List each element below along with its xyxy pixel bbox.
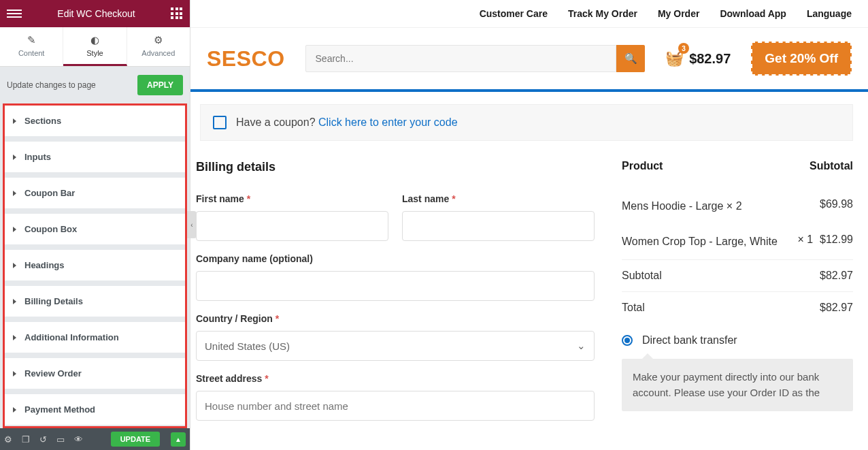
nav-download-app[interactable]: Download App — [720, 8, 786, 19]
apps-icon[interactable] — [171, 7, 183, 20]
caret-right-icon — [13, 155, 16, 160]
billing-form: Billing details First name * Last name *… — [196, 160, 595, 433]
product-header: Product — [622, 160, 663, 172]
payment-description: Make your payment directly into our bank… — [622, 359, 853, 411]
search-form: 🔍 — [305, 45, 646, 72]
caret-right-icon — [13, 263, 16, 268]
contrast-icon: ◐ — [63, 34, 126, 46]
first-name-group: First name * — [196, 193, 388, 241]
section-coupon-box[interactable]: Coupon Box — [5, 214, 185, 250]
last-name-input[interactable] — [402, 211, 595, 241]
editor-tabs: ✎Content ◐Style ⚙Advanced — [0, 27, 190, 67]
radio-icon — [622, 335, 633, 346]
first-name-input[interactable] — [196, 211, 388, 241]
nav-customer-care[interactable]: Customer Care — [480, 8, 548, 19]
street-group: Street address * — [196, 373, 595, 421]
collapse-sidebar-handle[interactable]: ‹ — [187, 211, 197, 238]
section-review-order[interactable]: Review Order — [5, 358, 185, 394]
first-name-label: First name * — [196, 193, 388, 204]
order-summary: Product Subtotal Mens Hoodie - Large × 2… — [622, 160, 853, 433]
coupon-link[interactable]: Click here to enter your code — [318, 116, 458, 128]
subtotal-header: Subtotal — [809, 160, 853, 172]
caret-right-icon — [13, 407, 16, 413]
history-icon[interactable]: ↺ — [39, 434, 47, 445]
top-nav: Customer Care Track My Order My Order Do… — [190, 0, 868, 28]
gear-icon: ⚙ — [127, 34, 190, 46]
last-name-label: Last name * — [402, 193, 595, 204]
caret-right-icon — [13, 335, 16, 340]
section-payment-method[interactable]: Payment Method — [5, 394, 185, 428]
search-icon: 🔍 — [624, 52, 637, 64]
summary-header: Product Subtotal — [622, 160, 853, 172]
coupon-bar: Have a coupon? Click here to enter your … — [200, 104, 853, 141]
total-row: Total $82.97 — [622, 291, 853, 323]
country-select[interactable]: United States (US) ⌄ — [196, 331, 595, 361]
payment-option-bank[interactable]: Direct bank transfer — [622, 334, 853, 347]
sidebar-footer: ⚙ ❐ ↺ ▭ 👁 UPDATE ▲ — [0, 428, 190, 450]
coupon-icon — [213, 116, 227, 129]
billing-heading: Billing details — [196, 160, 595, 174]
caret-right-icon — [13, 227, 16, 232]
last-name-group: Last name * — [402, 193, 595, 241]
apply-row: Update changes to page APPLY — [0, 67, 190, 103]
basket-icon: 🧺3 — [665, 50, 684, 67]
street-input[interactable] — [196, 391, 595, 421]
accent-bar — [190, 89, 868, 92]
section-additional-info[interactable]: Additional Information — [5, 322, 185, 358]
cart-total: $82.97 — [689, 51, 731, 67]
style-sections: Sections Inputs Coupon Bar Coupon Box He… — [3, 103, 187, 428]
editor-sidebar: Edit WC Checkout ✎Content ◐Style ⚙Advanc… — [0, 0, 190, 450]
storefront-header: SESCO 🔍 🧺3 $82.97 Get 20% Off — [190, 28, 868, 89]
country-group: Country / Region * United States (US) ⌄ — [196, 313, 595, 361]
checkout-body: Billing details First name * Last name *… — [190, 160, 863, 450]
update-options-button[interactable]: ▲ — [171, 432, 186, 447]
caret-right-icon — [13, 371, 16, 376]
apply-label: Update changes to page — [7, 80, 96, 90]
caret-right-icon — [13, 118, 16, 124]
tab-advanced[interactable]: ⚙Advanced — [127, 27, 190, 66]
settings-icon[interactable]: ⚙ — [4, 434, 12, 445]
apply-button[interactable]: APPLY — [137, 75, 183, 95]
promo-button[interactable]: Get 20% Off — [751, 42, 852, 76]
search-input[interactable] — [305, 45, 617, 72]
caret-right-icon — [13, 299, 16, 304]
chevron-down-icon: ⌄ — [577, 340, 586, 352]
nav-my-order[interactable]: My Order — [658, 8, 699, 19]
preview-pane: Customer Care Track My Order My Order Do… — [190, 0, 868, 450]
section-headings[interactable]: Headings — [5, 250, 185, 286]
preview-icon[interactable]: 👁 — [74, 434, 83, 445]
responsive-icon[interactable]: ▭ — [56, 434, 65, 445]
company-group: Company name (optional) — [196, 253, 595, 301]
tab-style[interactable]: ◐Style — [63, 27, 127, 66]
cart-count-badge: 3 — [678, 43, 689, 54]
order-line-item: Mens Hoodie - Large × 2 $69.98 — [622, 189, 853, 224]
section-coupon-bar[interactable]: Coupon Bar — [5, 178, 185, 214]
navigator-icon[interactable]: ❐ — [22, 434, 30, 445]
country-label: Country / Region * — [196, 313, 595, 324]
nav-language[interactable]: Language — [807, 8, 852, 19]
company-input[interactable] — [196, 271, 595, 301]
section-billing-details[interactable]: Billing Details — [5, 286, 185, 322]
section-sections[interactable]: Sections — [5, 106, 185, 142]
street-label: Street address * — [196, 373, 595, 384]
pencil-icon: ✎ — [0, 34, 63, 46]
update-button[interactable]: UPDATE — [111, 432, 160, 447]
logo[interactable]: SESCO — [207, 46, 285, 71]
company-label: Company name (optional) — [196, 253, 595, 264]
cart-widget[interactable]: 🧺3 $82.97 — [665, 50, 731, 67]
sidebar-header: Edit WC Checkout — [0, 0, 190, 27]
payment-methods: Direct bank transfer Make your payment d… — [622, 334, 853, 411]
caret-right-icon — [13, 191, 16, 196]
coupon-text: Have a coupon? Click here to enter your … — [236, 116, 458, 129]
editor-title: Edit WC Checkout — [57, 8, 135, 19]
nav-track-order[interactable]: Track My Order — [568, 8, 637, 19]
menu-icon[interactable] — [7, 6, 22, 21]
subtotal-row: Subtotal $82.97 — [622, 259, 853, 291]
search-button[interactable]: 🔍 — [616, 45, 645, 72]
section-inputs[interactable]: Inputs — [5, 142, 185, 178]
order-line-item: Women Crop Top - Large, White × 1 $12.99 — [622, 224, 853, 259]
tab-content[interactable]: ✎Content — [0, 27, 63, 66]
